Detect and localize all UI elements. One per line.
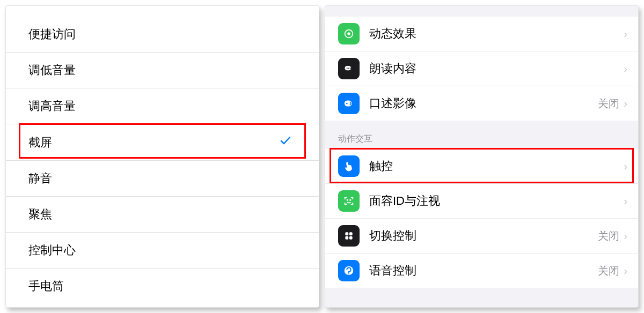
svg-point-1 [347, 32, 350, 35]
svg-rect-11 [349, 232, 353, 235]
item-label: 调低音量 [28, 62, 76, 78]
described-video-icon [338, 93, 360, 114]
settings-row-faceid[interactable]: 面容ID与注视 › [325, 183, 638, 218]
item-label: 静音 [28, 170, 52, 187]
settings-row-motion[interactable]: 动态效果 › [325, 17, 638, 51]
faceid-icon [338, 190, 360, 212]
list-item[interactable]: 调高音量 [6, 88, 319, 124]
svg-point-7 [346, 103, 348, 105]
chevron-right-icon: › [624, 265, 627, 277]
list-item[interactable]: 控制中心 [6, 232, 319, 268]
list-item[interactable]: 静音 [6, 160, 319, 196]
svg-rect-12 [345, 236, 348, 240]
chevron-right-icon: › [624, 160, 627, 173]
item-label: 控制中心 [28, 242, 76, 258]
list-item[interactable]: 便捷访问 [6, 17, 319, 52]
row-value: 关闭 [598, 229, 619, 243]
group-vision: 动态效果 › 朗读内容 › 口述影像 关闭 › [325, 17, 638, 121]
touch-icon [338, 155, 360, 177]
row-label: 口述影像 [369, 95, 598, 111]
left-panel: 便捷访问 调低音量 调高音量 截屏 静音 聚焦 控制中心 手电筒 [5, 5, 319, 308]
row-label: 触控 [369, 158, 624, 174]
group-interaction: 触控 › 面容ID与注视 › 切换控制 关闭 › [325, 149, 638, 288]
item-label: 聚焦 [28, 206, 52, 222]
svg-rect-10 [345, 232, 348, 235]
row-label: 动态效果 [369, 26, 624, 42]
svg-point-9 [350, 199, 350, 200]
row-label: 语音控制 [369, 263, 598, 279]
speak-icon [338, 58, 360, 79]
list-item[interactable]: 聚焦 [6, 196, 319, 232]
switch-control-icon [338, 225, 360, 247]
row-label: 面容ID与注视 [369, 193, 624, 209]
row-label: 朗读内容 [369, 61, 624, 77]
svg-point-3 [347, 68, 348, 69]
checkmark-icon [279, 134, 292, 151]
row-value: 关闭 [598, 96, 619, 111]
item-label: 调高音量 [28, 98, 76, 114]
list-item[interactable]: 调低音量 [6, 52, 319, 88]
item-label: 手电筒 [28, 278, 64, 294]
chevron-right-icon: › [624, 98, 627, 110]
group-header-interaction: 动作交互 [325, 121, 638, 149]
right-panel: 动态效果 › 朗读内容 › 口述影像 关闭 › 动作交互 [325, 5, 639, 308]
row-value: 关闭 [598, 264, 619, 278]
settings-row-voice-control[interactable]: 语音控制 关闭 › [325, 253, 638, 288]
svg-point-15 [348, 274, 349, 275]
list-item-screenshot[interactable]: 截屏 [6, 124, 319, 160]
chevron-right-icon: › [624, 195, 627, 207]
row-label: 切换控制 [369, 228, 598, 244]
chevron-right-icon: › [624, 230, 627, 242]
settings-row-touch[interactable]: 触控 › [325, 149, 638, 183]
list-item[interactable]: 手电筒 [6, 268, 319, 304]
voice-control-icon [338, 260, 360, 281]
settings-row-speak[interactable]: 朗读内容 › [325, 51, 638, 86]
chevron-right-icon: › [624, 63, 627, 75]
motion-icon [338, 23, 360, 44]
svg-point-8 [347, 199, 348, 200]
item-label: 便捷访问 [28, 26, 76, 42]
item-label: 截屏 [28, 135, 52, 151]
settings-row-described-video[interactable]: 口述影像 关闭 › [325, 86, 638, 121]
chevron-right-icon: › [624, 28, 627, 40]
svg-point-5 [350, 68, 351, 69]
settings-row-switch-control[interactable]: 切换控制 关闭 › [325, 218, 638, 253]
svg-point-4 [348, 68, 349, 69]
svg-rect-13 [349, 236, 353, 240]
